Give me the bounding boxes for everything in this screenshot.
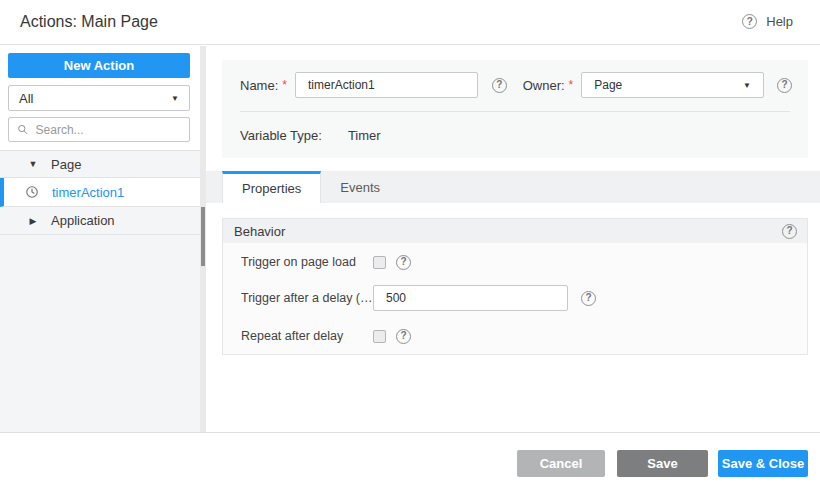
tree-group-application-label: Application [51, 213, 115, 228]
name-help-icon[interactable]: ? [492, 78, 507, 93]
repeat-after-delay-help-icon[interactable]: ? [396, 329, 411, 344]
search-input[interactable] [36, 123, 181, 137]
help-icon: ? [742, 14, 757, 29]
detail-tabbar: Properties Events [206, 171, 820, 203]
tree-item-timer-action-label: timerAction1 [52, 185, 124, 200]
save-button[interactable]: Save [617, 450, 708, 477]
new-action-button[interactable]: New Action [8, 53, 190, 78]
filter-dropdown-value: All [19, 91, 33, 106]
owner-required-marker: * [569, 78, 574, 92]
behavior-section-title: Behavior [234, 224, 285, 239]
behavior-section: Behavior ? Trigger on page load ? Trigge… [222, 218, 808, 355]
owner-help-icon[interactable]: ? [777, 78, 792, 93]
name-owner-row: Name: * ? Owner: * Page ▼ ? [240, 72, 792, 98]
tab-properties[interactable]: Properties [222, 171, 321, 203]
caret-down-icon[interactable]: ▼ [28, 159, 38, 169]
delay-field[interactable] [373, 285, 568, 311]
variable-type-value: Timer [348, 128, 381, 143]
cancel-button[interactable]: Cancel [517, 450, 605, 477]
actions-sidebar: New Action All ▼ ▼ Page timerAction1 [0, 46, 200, 432]
tree-group-page[interactable]: ▼ Page [0, 151, 200, 178]
trigger-on-load-label: Trigger on page load [241, 255, 373, 269]
repeat-after-delay-row: Repeat after delay ? [241, 323, 411, 349]
tree-item-timer-action[interactable]: timerAction1 [0, 178, 200, 207]
name-label: Name: [240, 78, 278, 93]
sidebar-scrollbar-thumb[interactable] [201, 207, 205, 266]
delay-row: Trigger after a delay (millisec... ? [241, 285, 596, 311]
name-field[interactable] [295, 72, 478, 98]
behavior-section-header: Behavior ? [223, 219, 807, 243]
behavior-help-icon[interactable]: ? [782, 224, 797, 239]
actions-dialog: Actions: Main Page ? Help New Action All… [0, 0, 820, 490]
help-link[interactable]: ? Help [742, 14, 793, 29]
repeat-after-delay-label: Repeat after delay [241, 329, 373, 343]
dialog-footer: Cancel Save Save & Close [0, 432, 820, 490]
trigger-on-load-row: Trigger on page load ? [241, 249, 411, 275]
delay-help-icon[interactable]: ? [581, 291, 596, 306]
actions-tree: ▼ Page timerAction1 ▶ Application [0, 150, 200, 432]
chevron-down-icon: ▼ [171, 94, 179, 103]
variable-type-label: Variable Type: [240, 128, 322, 143]
help-label: Help [766, 14, 793, 29]
save-and-close-button[interactable]: Save & Close [718, 450, 808, 477]
clock-icon [25, 185, 39, 199]
search-icon [17, 123, 29, 136]
tree-group-application[interactable]: ▶ Application [0, 207, 200, 235]
page-title: Actions: Main Page [20, 13, 158, 31]
tab-events[interactable]: Events [321, 171, 399, 203]
owner-label: Owner: [523, 78, 565, 93]
main-panel: Name: * ? Owner: * Page ▼ ? Variable Typ… [206, 46, 820, 432]
owner-dropdown[interactable]: Page ▼ [581, 72, 764, 98]
owner-dropdown-value: Page [594, 78, 622, 92]
action-summary-form: Name: * ? Owner: * Page ▼ ? Variable Typ… [222, 60, 808, 158]
form-divider [240, 111, 790, 112]
variable-type-row: Variable Type: Timer [240, 128, 381, 143]
chevron-down-icon: ▼ [743, 81, 751, 90]
search-box[interactable] [8, 117, 190, 142]
caret-right-icon[interactable]: ▶ [28, 216, 38, 226]
dialog-header: Actions: Main Page ? Help [0, 0, 820, 45]
repeat-after-delay-checkbox[interactable] [373, 330, 386, 343]
trigger-on-load-checkbox[interactable] [373, 256, 386, 269]
trigger-on-load-help-icon[interactable]: ? [396, 255, 411, 270]
filter-dropdown[interactable]: All ▼ [8, 85, 190, 111]
tree-group-page-label: Page [51, 157, 81, 172]
delay-label: Trigger after a delay (millisec... [241, 291, 373, 305]
name-required-marker: * [282, 78, 287, 92]
